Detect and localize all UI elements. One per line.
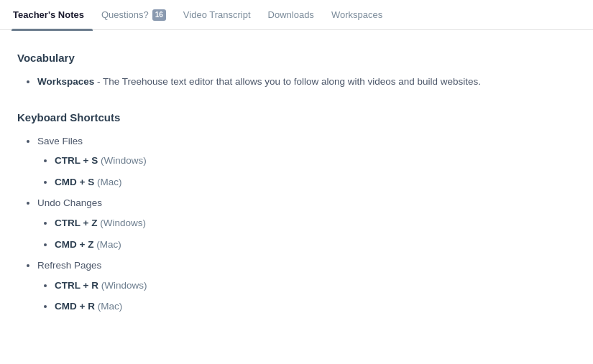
- keyboard-section-title: Undo Changes: [37, 197, 102, 208]
- tab-questions[interactable]: Questions?16: [93, 0, 175, 30]
- tab-label-teachers-notes: Teacher's Notes: [13, 9, 84, 20]
- shortcut-list: CTRL + Z (Windows)CMD + Z (Mac): [37, 215, 576, 252]
- tab-video-transcript[interactable]: Video Transcript: [175, 0, 259, 30]
- keyboard-section-title: Save Files: [37, 136, 83, 146]
- vocabulary-title: Vocabulary: [17, 52, 576, 64]
- shortcut-platform: (Windows): [98, 280, 147, 291]
- shortcut-key: CTRL + R: [55, 280, 98, 291]
- vocabulary-section: Vocabulary Workspaces - The Treehouse te…: [17, 52, 576, 90]
- keyboard-section-item: Undo ChangesCTRL + Z (Windows)CMD + Z (M…: [37, 195, 576, 252]
- vocab-definition: - The Treehouse text editor that allows …: [94, 76, 481, 87]
- keyboard-title: Keyboard Shortcuts: [17, 111, 576, 123]
- vocab-keyword: Workspaces: [37, 76, 94, 87]
- shortcut-key: CMD + R: [55, 301, 95, 312]
- shortcut-list: CTRL + S (Windows)CMD + S (Mac): [37, 153, 576, 190]
- shortcut-key: CTRL + Z: [55, 218, 97, 228]
- tab-label-questions: Questions?: [101, 9, 149, 20]
- shortcut-item: CMD + Z (Mac): [55, 237, 576, 253]
- vocab-item: Workspaces - The Treehouse text editor t…: [37, 74, 576, 90]
- shortcut-key: CMD + Z: [55, 239, 93, 250]
- tab-label-downloads: Downloads: [268, 9, 314, 20]
- tab-label-workspaces: Workspaces: [331, 9, 382, 20]
- keyboard-section-item: Save FilesCTRL + S (Windows)CMD + S (Mac…: [37, 134, 576, 190]
- shortcut-item: CMD + S (Mac): [55, 174, 576, 190]
- tab-label-video-transcript: Video Transcript: [183, 9, 251, 20]
- shortcut-item: CTRL + Z (Windows): [55, 215, 576, 231]
- content-area: Vocabulary Workspaces - The Treehouse te…: [0, 30, 593, 358]
- shortcut-platform: (Windows): [98, 155, 147, 166]
- shortcut-item: CTRL + S (Windows): [55, 153, 576, 169]
- shortcut-platform: (Mac): [93, 239, 121, 250]
- shortcut-key: CMD + S: [55, 177, 94, 187]
- tab-teachers-notes[interactable]: Teacher's Notes: [12, 0, 93, 30]
- tab-workspaces[interactable]: Workspaces: [323, 0, 391, 30]
- tabs-container: Teacher's NotesQuestions?16Video Transcr…: [0, 0, 593, 30]
- tab-badge-questions: 16: [152, 9, 166, 21]
- keyboard-section-title: Refresh Pages: [37, 260, 101, 271]
- shortcut-key: CTRL + S: [55, 155, 98, 166]
- shortcut-platform: (Mac): [94, 177, 121, 187]
- shortcut-item: CTRL + R (Windows): [55, 278, 576, 294]
- keyboard-section-item: Refresh PagesCTRL + R (Windows)CMD + R (…: [37, 258, 576, 314]
- keyboard-section: Keyboard Shortcuts Save FilesCTRL + S (W…: [17, 111, 576, 314]
- shortcut-list: CTRL + R (Windows)CMD + R (Mac): [37, 278, 576, 314]
- shortcut-platform: (Mac): [95, 301, 122, 312]
- shortcut-platform: (Windows): [97, 218, 146, 228]
- tab-downloads[interactable]: Downloads: [259, 0, 323, 30]
- shortcut-item: CMD + R (Mac): [55, 299, 576, 314]
